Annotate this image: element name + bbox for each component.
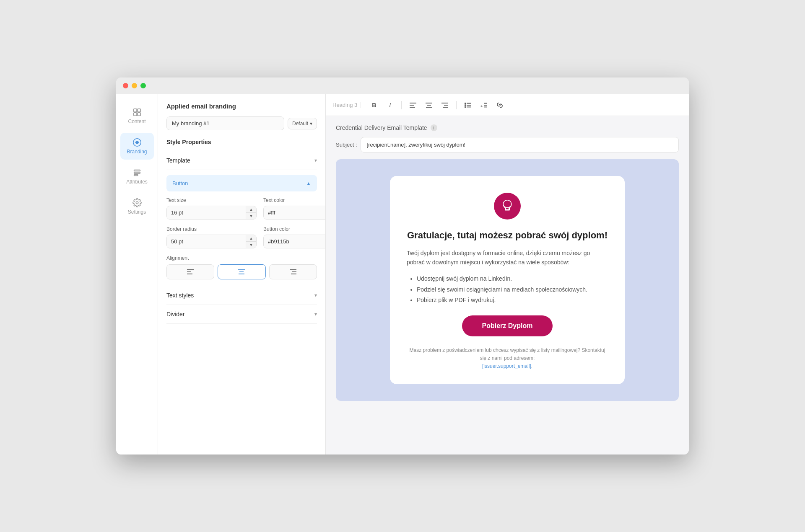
style-properties-section: Style Properties Template ▾ Button ▲ Tex… <box>166 139 317 324</box>
branding-name-input[interactable] <box>166 116 284 130</box>
button-chevron-icon: ▲ <box>306 181 311 186</box>
footer-email-link[interactable]: [issuer.support_email] <box>482 363 531 369</box>
text-size-input-group: ▲ ▼ <box>166 206 257 220</box>
titlebar <box>116 77 689 94</box>
style-panel: Applied email branding Default ▾ Style P… <box>158 94 326 455</box>
info-icon[interactable]: i <box>431 124 437 131</box>
bold-button[interactable]: B <box>368 99 380 111</box>
email-list: Udostępnij swój dyplom na LinkedIn. Podz… <box>407 274 608 305</box>
toolbar: Heading 3 B I <box>326 94 689 116</box>
svg-point-31 <box>465 106 466 107</box>
list-item: Pobierz plik w PDF i wydrukuj. <box>417 295 608 305</box>
ordered-list-button[interactable]: 1. <box>478 99 490 111</box>
alignment-buttons <box>166 264 317 279</box>
email-footer-text: Masz problem z poświadczeniem lub chcesz… <box>407 346 608 371</box>
subject-row: Subject : <box>336 137 679 152</box>
svg-rect-0 <box>133 109 136 112</box>
border-radius-up[interactable]: ▲ <box>246 235 256 242</box>
link-button[interactable] <box>493 99 506 111</box>
text-size-label: Text size <box>166 197 257 203</box>
text-size-field: Text size ▲ ▼ <box>166 197 257 220</box>
svg-point-4 <box>136 142 138 143</box>
button-color-input-group <box>263 235 326 248</box>
template-title-text: Credential Delivery Email Template <box>336 124 427 131</box>
list-item: Udostępnij swój dyplom na LinkedIn. <box>417 274 608 284</box>
email-logo <box>494 193 521 220</box>
border-radius-down[interactable]: ▼ <box>246 242 256 248</box>
unordered-list-button[interactable] <box>462 99 474 111</box>
text-size-color-row: Text size ▲ ▼ Text color <box>166 197 317 220</box>
sidebar-item-attributes[interactable]: Attributes <box>120 163 154 190</box>
toolbar-divider-1 <box>401 101 402 109</box>
alignment-label: Alignment <box>166 255 317 261</box>
svg-point-27 <box>465 103 466 103</box>
align-center-button[interactable] <box>218 264 265 279</box>
template-chevron-icon: ▾ <box>314 158 317 163</box>
style-properties-title: Style Properties <box>166 139 317 145</box>
text-size-input[interactable] <box>167 206 246 219</box>
sidebar: Content Branding Attributes <box>116 94 158 455</box>
button-accordion-header[interactable]: Button ▲ <box>166 175 317 191</box>
email-heading: Gratulacje, tutaj możesz pobrać swój dyp… <box>407 230 608 242</box>
text-color-label: Text color <box>263 197 326 203</box>
button-color-label: Button color <box>263 226 326 232</box>
border-radius-stepper: ▲ ▼ <box>246 235 256 248</box>
sidebar-item-branding[interactable]: Branding <box>120 133 154 160</box>
subject-input[interactable] <box>361 137 679 152</box>
divider-accordion[interactable]: Divider ▾ <box>166 305 317 324</box>
cta-button[interactable]: Pobierz Dyplom <box>462 315 553 336</box>
text-styles-accordion[interactable]: Text styles ▾ <box>166 286 317 305</box>
email-title-row: Credential Delivery Email Template i <box>336 124 679 131</box>
align-center-toolbar-button[interactable] <box>423 99 435 111</box>
template-accordion[interactable]: Template ▾ <box>166 151 317 170</box>
text-size-up[interactable]: ▲ <box>246 206 256 213</box>
main-content: Heading 3 B I <box>326 94 689 455</box>
applied-branding-title: Applied email branding <box>166 103 317 110</box>
subject-label: Subject : <box>336 142 357 148</box>
border-radius-input[interactable] <box>167 235 246 248</box>
svg-point-29 <box>465 105 466 106</box>
border-radius-input-group: ▲ ▼ <box>166 235 257 248</box>
svg-point-8 <box>136 201 138 204</box>
button-color-field: Button color <box>263 226 326 248</box>
svg-rect-2 <box>133 113 136 116</box>
text-size-stepper: ▲ ▼ <box>246 206 256 219</box>
border-radius-field: Border radius ▲ ▼ <box>166 226 257 248</box>
toolbar-divider-2 <box>456 101 457 109</box>
align-right-toolbar-button[interactable] <box>439 99 451 111</box>
alignment-field: Alignment <box>166 255 317 279</box>
text-color-input[interactable] <box>264 206 326 219</box>
email-card: Gratulacje, tutaj możesz pobrać swój dyp… <box>390 176 625 384</box>
branding-select-row: Default ▾ <box>166 116 317 130</box>
minimize-button[interactable] <box>132 83 137 88</box>
email-preview-container: Gratulacje, tutaj możesz pobrać swój dyp… <box>336 159 679 401</box>
align-right-button[interactable] <box>269 264 317 279</box>
app-window: Content Branding Attributes <box>116 77 689 455</box>
sidebar-item-settings[interactable]: Settings <box>120 193 154 220</box>
svg-rect-1 <box>137 109 140 112</box>
border-button-color-row: Border radius ▲ ▼ Button color <box>166 226 317 248</box>
text-size-down[interactable]: ▼ <box>246 213 256 219</box>
sidebar-item-content[interactable]: Content <box>120 103 154 129</box>
close-button[interactable] <box>123 83 128 88</box>
email-body-text: Twój dyplom jest dostępny w formacie onl… <box>407 248 608 267</box>
text-styles-chevron-icon: ▾ <box>314 292 317 298</box>
svg-rect-7 <box>134 175 138 176</box>
maximize-button[interactable] <box>140 83 146 88</box>
italic-button[interactable]: I <box>384 99 396 111</box>
default-badge[interactable]: Default ▾ <box>288 118 317 129</box>
email-editor: Credential Delivery Email Template i Sub… <box>326 116 689 455</box>
button-color-input[interactable] <box>264 235 326 248</box>
svg-rect-3 <box>137 113 140 116</box>
app-body: Content Branding Attributes <box>116 94 689 455</box>
text-color-input-group <box>263 206 326 220</box>
list-item: Podziel się swoimi osiągnięciami na medi… <box>417 284 608 295</box>
svg-text:1.: 1. <box>480 104 483 107</box>
svg-rect-6 <box>134 172 140 173</box>
text-color-field: Text color <box>263 197 326 220</box>
svg-rect-5 <box>134 170 140 171</box>
align-left-button[interactable] <box>166 264 214 279</box>
divider-chevron-icon: ▾ <box>314 311 317 317</box>
border-radius-label: Border radius <box>166 226 257 232</box>
align-left-toolbar-button[interactable] <box>407 99 419 111</box>
